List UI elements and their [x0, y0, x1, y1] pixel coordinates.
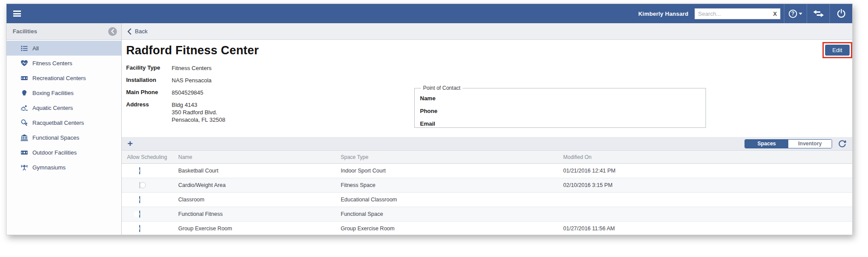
address-line: Bldg 4143 — [172, 101, 225, 109]
sidebar-item-functional-spaces[interactable]: Functional Spaces — [7, 130, 121, 145]
collapse-sidebar-button[interactable] — [108, 27, 117, 36]
topbar: Kimberly Hansard X ? — [7, 4, 852, 23]
chevron-left-icon — [111, 29, 114, 34]
toggle-knob — [134, 197, 140, 203]
detail-facility-type: Facility Type Fitness Centers — [126, 64, 852, 72]
table-row[interactable]: Basketball Court Indoor Sport Court 01/2… — [122, 164, 852, 178]
allow-scheduling-toggle[interactable] — [139, 167, 140, 174]
detail-label: Facility Type — [126, 64, 172, 72]
cell-name: Functional Fitness — [178, 211, 341, 217]
cell-modified-on: 01/27/2016 11:56 AM — [563, 225, 852, 232]
sidebar-item-outdoor-facilities[interactable]: Outdoor Facilities — [7, 145, 121, 160]
point-of-contact-fieldset: Point of Contact Name Phone Email — [414, 85, 706, 128]
menu-icon[interactable] — [13, 11, 21, 17]
search-input[interactable] — [698, 11, 770, 17]
sidebar-item-fitness-centers[interactable]: Fitness Centers — [7, 56, 121, 70]
detail-label: Address — [126, 101, 172, 123]
cell-space-type: Indoor Sport Court — [341, 168, 563, 174]
sidebar-title: Facilities — [13, 28, 37, 35]
column-header-modified-on[interactable]: Modified On — [563, 154, 852, 160]
allow-scheduling-toggle[interactable] — [139, 182, 140, 189]
poc-name-label: Name — [420, 92, 700, 105]
toggle-knob — [134, 225, 140, 232]
detail-value: NAS Pensacola — [172, 77, 212, 84]
table-row[interactable]: Group Exercise Room Group Exercise Room … — [122, 222, 852, 235]
page: Kimberly Hansard X ? Facilities — [0, 0, 868, 257]
add-space-button[interactable]: + — [127, 139, 133, 148]
app-body: Facilities All Fitness Centers Recreatio… — [7, 23, 852, 235]
sidebar-item-label: Outdoor Facilities — [32, 149, 77, 156]
detail-label: Main Phone — [126, 89, 172, 96]
tab-spaces[interactable]: Spaces — [745, 140, 788, 148]
app-window: Kimberly Hansard X ? Facilities — [6, 4, 853, 235]
sidebar-item-gymnasiums[interactable]: Gymnasiums — [7, 160, 121, 175]
table-body: Basketball Court Indoor Sport Court 01/2… — [122, 164, 852, 235]
table-row[interactable]: Functional Fitness Functional Space — [122, 207, 852, 222]
refresh-button[interactable] — [838, 139, 847, 148]
detail-label: Installation — [126, 77, 172, 84]
view-toggle: Spaces Inventory — [745, 139, 832, 148]
column-header-allow-scheduling[interactable]: Allow Scheduling — [127, 154, 178, 160]
detail-installation: Installation NAS Pensacola — [126, 77, 852, 84]
power-icon — [836, 9, 846, 18]
column-header-space-type[interactable]: Space Type — [341, 154, 563, 160]
sidebar-item-all[interactable]: All — [7, 41, 121, 56]
sidebar-item-label: Boxing Facilities — [32, 90, 74, 96]
logout-button[interactable] — [829, 4, 852, 23]
chevron-left-icon — [127, 28, 131, 35]
detail-value: Bldg 4143 350 Radford Blvd. Pensacola, F… — [172, 101, 225, 123]
switch-arrows-icon — [813, 10, 824, 17]
cell-name: Classroom — [178, 197, 341, 203]
switch-module-button[interactable] — [807, 4, 829, 23]
table-row[interactable]: Cardio/Weight Area Fitness Space 02/10/2… — [122, 178, 852, 193]
sidebar-item-label: Recreational Centers — [32, 75, 86, 81]
table-row[interactable]: Classroom Educational Classroom — [122, 193, 852, 207]
sidebar: Facilities All Fitness Centers Recreatio… — [7, 23, 122, 235]
toggle-knob — [134, 211, 140, 217]
detail-value: 8504529845 — [172, 89, 203, 96]
allow-scheduling-toggle[interactable] — [139, 196, 140, 203]
sidebar-item-recreational-centers[interactable]: Recreational Centers — [7, 70, 121, 85]
cell-space-type: Fitness Space — [341, 182, 563, 188]
heartbeat-icon — [21, 60, 28, 67]
racquetball-icon — [21, 119, 28, 127]
sidebar-nav: All Fitness Centers Recreational Centers… — [7, 40, 121, 175]
poc-email-label: Email — [420, 117, 700, 130]
annotation-highlight: Edit — [822, 42, 852, 58]
sidebar-item-boxing-facilities[interactable]: Boxing Facilities — [7, 85, 121, 100]
page-title: Radford Fitness Center — [126, 44, 852, 57]
sidebar-item-label: Gymnasiums — [32, 164, 66, 171]
sidebar-item-label: Aquatic Centers — [32, 105, 73, 111]
main-content: Back Radford Fitness Center Facility Typ… — [122, 23, 852, 235]
sidebar-item-racquetball-centers[interactable]: Racquetball Centers — [7, 115, 121, 130]
playing-field-icon — [21, 74, 28, 82]
user-name: Kimberly Hansard — [639, 11, 688, 17]
column-header-name[interactable]: Name — [178, 154, 341, 160]
cell-name: Cardio/Weight Area — [178, 182, 341, 188]
cell-modified-on: 01/21/2016 12:41 PM — [563, 168, 852, 174]
edit-button[interactable]: Edit — [825, 45, 850, 56]
boxing-glove-icon — [21, 89, 28, 97]
sidebar-item-label: Functional Spaces — [32, 134, 79, 141]
search-box: X — [695, 8, 780, 19]
tab-inventory[interactable]: Inventory — [788, 140, 832, 148]
swimmer-icon — [21, 104, 28, 112]
sidebar-item-label: Fitness Centers — [32, 60, 72, 67]
allow-scheduling-toggle[interactable] — [139, 225, 140, 232]
sidebar-item-aquatic-centers[interactable]: Aquatic Centers — [7, 100, 121, 115]
back-button[interactable]: Back — [122, 23, 852, 40]
help-menu-button[interactable]: ? — [784, 4, 807, 23]
cell-name: Basketball Court — [178, 168, 341, 174]
clear-search-icon[interactable]: X — [770, 11, 777, 17]
cell-space-type: Group Exercise Room — [341, 225, 563, 232]
playing-field-icon — [21, 149, 28, 156]
sidebar-header: Facilities — [7, 23, 121, 40]
weightlifter-icon — [21, 164, 28, 171]
address-line: Pensacola, FL 32508 — [172, 116, 225, 123]
toolbar-right: Spaces Inventory — [745, 139, 847, 148]
allow-scheduling-toggle[interactable] — [139, 211, 140, 218]
sidebar-item-label: All — [32, 45, 39, 52]
detail-value: Fitness Centers — [172, 64, 212, 72]
toggle-knob — [134, 168, 140, 174]
point-of-contact-legend: Point of Contact — [421, 85, 462, 91]
